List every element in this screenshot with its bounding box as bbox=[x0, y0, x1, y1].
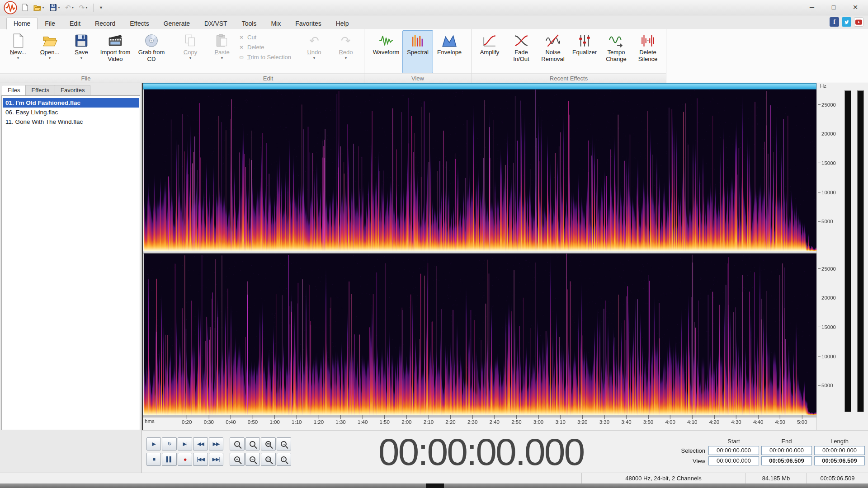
selection-start-field[interactable]: 00:00:00.000 bbox=[708, 446, 759, 455]
timeline-ruler[interactable]: hms 0:200:300:400:501:001:101:201:301:40… bbox=[143, 415, 816, 430]
rewind-button[interactable]: ◀◀ bbox=[193, 437, 208, 450]
zoom-in-button[interactable]: + bbox=[230, 437, 244, 450]
record-button[interactable]: ● bbox=[178, 453, 192, 466]
youtube-icon[interactable] bbox=[854, 17, 863, 27]
overview-scrollbar[interactable] bbox=[143, 83, 816, 89]
tab-generate[interactable]: Generate bbox=[156, 18, 197, 29]
zoom-all-button[interactable]: ↔ bbox=[277, 437, 291, 450]
fade-in-out-button[interactable]: Fade In/Out bbox=[506, 30, 537, 73]
frequency-tick-label: 25000 bbox=[818, 102, 836, 108]
dropdown-arrow-icon[interactable]: ▼ bbox=[17, 56, 20, 60]
save-icon bbox=[74, 32, 89, 49]
sidebar-tab-files[interactable]: Files bbox=[2, 85, 26, 95]
spectrogram-left-channel[interactable] bbox=[143, 89, 816, 251]
dropdown-arrow-icon[interactable]: ▼ bbox=[42, 6, 45, 9]
dropdown-arrow-icon[interactable]: ▼ bbox=[48, 56, 52, 60]
zoom-full-button[interactable]: ↕ bbox=[277, 453, 291, 466]
delete-silence-button[interactable]: Delete Silence bbox=[632, 30, 663, 73]
grab-cd-icon bbox=[144, 32, 159, 49]
view-end-field[interactable]: 00:05:06.509 bbox=[761, 456, 812, 465]
quick-new-button[interactable] bbox=[20, 3, 30, 12]
save-button[interactable]: Save ▼ bbox=[66, 30, 97, 73]
dropdown-arrow-icon[interactable]: ▼ bbox=[57, 6, 61, 9]
redo-icon: ↷ bbox=[79, 4, 85, 11]
spectrogram-right-channel[interactable] bbox=[143, 253, 816, 415]
selection-length-field[interactable]: 00:00:00.000 bbox=[814, 446, 865, 455]
selection-row-label: Selection bbox=[671, 447, 706, 454]
file-list-item[interactable]: 11. Gone With The Wind.flac bbox=[3, 117, 139, 127]
timeline-tick: 4:10 bbox=[687, 415, 697, 425]
tab-mix[interactable]: Mix bbox=[264, 18, 288, 29]
tempo-change-button[interactable]: Tempo Change bbox=[601, 30, 632, 73]
tab-record[interactable]: Record bbox=[88, 18, 123, 29]
new-button[interactable]: New... ▼ bbox=[3, 30, 33, 73]
tab-dxvst[interactable]: DX/VST bbox=[197, 18, 235, 29]
tab-effects[interactable]: Effects bbox=[123, 18, 156, 29]
go-to-end-icon: ▶▶| bbox=[212, 457, 220, 462]
grab-from-cd-button[interactable]: Grab from CD bbox=[134, 30, 169, 73]
delete-icon: × bbox=[238, 44, 245, 51]
loop-button[interactable]: ↻ bbox=[162, 437, 176, 450]
tab-tools[interactable]: Tools bbox=[235, 18, 264, 29]
frequency-tick-label: 5000 bbox=[818, 383, 833, 388]
zoom-out-button[interactable]: − bbox=[245, 437, 260, 450]
tab-home[interactable]: Home bbox=[6, 18, 38, 29]
timeline-tick: 2:20 bbox=[445, 415, 455, 425]
timeline-tick: 5:00 bbox=[797, 415, 807, 425]
audio-format-status: 48000 Hz, 24-bit, 2 Channels bbox=[581, 473, 745, 483]
waveform-view-button[interactable]: Waveform bbox=[371, 30, 401, 73]
dropdown-arrow-icon[interactable]: ▼ bbox=[80, 56, 83, 60]
customize-toolbar-button[interactable]: ▼ bbox=[97, 5, 105, 11]
fast-forward-button[interactable]: ▶▶ bbox=[209, 437, 223, 450]
zoom-vertical-out-button[interactable]: − bbox=[245, 453, 260, 466]
timeline-tick: 2:10 bbox=[424, 415, 434, 425]
tab-favorites[interactable]: Favorites bbox=[288, 18, 329, 29]
tab-edit[interactable]: Edit bbox=[62, 18, 88, 29]
tab-help[interactable]: Help bbox=[329, 18, 356, 29]
view-start-field[interactable]: 00:00:00.000 bbox=[708, 456, 759, 465]
noise-removal-button[interactable]: Noise Removal bbox=[538, 30, 568, 73]
spectral-view-button[interactable]: Spectral bbox=[402, 30, 433, 73]
view-length-field[interactable]: 00:05:06.509 bbox=[814, 456, 865, 465]
close-button[interactable]: × bbox=[844, 1, 866, 13]
tab-file[interactable]: File bbox=[38, 18, 62, 29]
pause-button[interactable]: ▌▌ bbox=[162, 453, 176, 466]
stop-button[interactable]: ■ bbox=[146, 453, 161, 466]
play-file-icon: ▶| bbox=[183, 441, 187, 446]
file-list-item[interactable]: 01. I'm Old Fashioned.flac bbox=[3, 98, 139, 108]
selection-end-field[interactable]: 00:00:00.000 bbox=[761, 446, 812, 455]
go-to-start-button[interactable]: |◀◀ bbox=[193, 453, 208, 466]
zoom-selection-button[interactable]: ▭ bbox=[261, 437, 275, 450]
file-list-item[interactable]: 06. Easy Living.flac bbox=[3, 108, 139, 117]
play-button[interactable]: ▶ bbox=[146, 437, 161, 450]
minimize-button[interactable]: ─ bbox=[801, 1, 823, 13]
equalizer-button[interactable]: Equalizer bbox=[569, 30, 600, 73]
frequency-tick-label: 15000 bbox=[818, 324, 836, 330]
timeline-tick: 3:00 bbox=[533, 415, 543, 425]
open-folder-icon bbox=[42, 32, 57, 49]
go-to-end-button[interactable]: ▶▶| bbox=[209, 453, 223, 466]
sidebar-tab-favorites[interactable]: Favorites bbox=[55, 85, 90, 95]
import-from-video-button[interactable]: Import from Video bbox=[98, 30, 133, 73]
magnifier-icon: − bbox=[250, 441, 255, 447]
zoom-to-selection-button[interactable]: ▭ bbox=[261, 453, 275, 466]
amplify-button[interactable]: Amplify bbox=[474, 30, 505, 73]
waveform-icon bbox=[378, 32, 394, 49]
quick-open-button[interactable]: ▼ bbox=[32, 3, 46, 12]
maximize-button[interactable]: □ bbox=[823, 1, 844, 13]
app-logo-icon[interactable] bbox=[4, 1, 17, 14]
frequency-tick-label: 15000 bbox=[818, 160, 836, 166]
dropdown-arrow-icon: ▼ bbox=[189, 56, 192, 60]
sidebar-tab-effects[interactable]: Effects bbox=[25, 85, 55, 95]
window-controls: ─ □ × bbox=[801, 1, 866, 13]
envelope-view-button[interactable]: Envelope bbox=[434, 30, 465, 73]
timeline-tick: 0:20 bbox=[182, 415, 192, 425]
app-window: ▼ ▼ ↶ ▼ ↷ ▼ ▼ ─ □ × Home File Edit bbox=[0, 0, 868, 488]
twitter-icon[interactable] bbox=[842, 17, 851, 27]
facebook-icon[interactable]: f bbox=[830, 17, 839, 27]
play-icon: ▶ bbox=[152, 441, 155, 446]
open-button[interactable]: Open... ▼ bbox=[34, 30, 65, 73]
zoom-vertical-in-button[interactable]: + bbox=[230, 453, 244, 466]
play-file-button[interactable]: ▶| bbox=[178, 437, 192, 450]
quick-save-button[interactable]: ▼ bbox=[48, 3, 62, 12]
